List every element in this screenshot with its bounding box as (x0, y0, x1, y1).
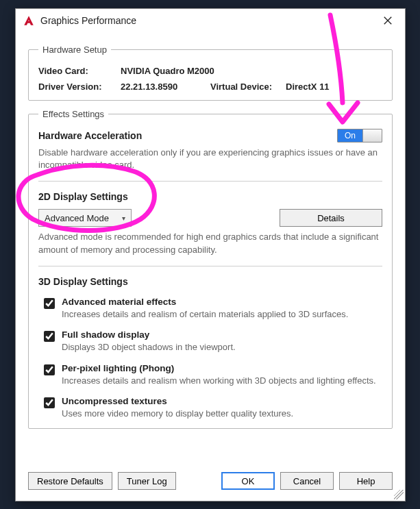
hardware-setup-group: Hardware Setup Video Card: NVIDIA Quadro… (28, 45, 393, 101)
help-button[interactable]: Help (339, 472, 393, 490)
check-title: Full shadow display (62, 330, 382, 340)
2d-mode-dropdown[interactable]: Advanced Mode ▾ (38, 209, 132, 227)
details-button[interactable]: Details (280, 209, 382, 227)
uncompressed-textures-checkbox[interactable] (44, 397, 55, 408)
separator (38, 266, 382, 266)
separator (38, 181, 382, 182)
full-shadow-display-checkbox[interactable] (44, 331, 55, 342)
toggle-knob (362, 129, 382, 142)
cancel-button[interactable]: Cancel (280, 472, 334, 490)
hardware-acceleration-desc: Disable hardware acceleration only if yo… (38, 147, 382, 171)
2d-mode-value: Advanced Mode (45, 213, 109, 223)
hardware-setup-legend: Hardware Setup (38, 45, 111, 55)
effects-settings-legend: Effects Settings (38, 109, 108, 119)
check-title: Uncompressed textures (62, 396, 382, 406)
check-desc: Displays 3D object shadows in the viewpo… (62, 341, 382, 353)
dialog-footer: Restore Defaults Tuner Log OK Cancel Hel… (16, 462, 405, 501)
hardware-acceleration-title: Hardware Acceleration (38, 130, 142, 141)
checkbox-item: Advanced material effects Increases deta… (44, 297, 382, 321)
2d-display-settings-title: 2D Display Settings (38, 191, 382, 202)
titlebar: Graphics Performance (16, 9, 405, 32)
graphics-performance-dialog: Graphics Performance Hardware Setup Vide… (15, 8, 406, 501)
ok-button[interactable]: OK (221, 472, 275, 490)
toggle-on-label: On (338, 129, 362, 142)
check-desc: Increases details and realism when worki… (62, 375, 382, 387)
close-button[interactable] (378, 10, 398, 31)
tuner-log-button[interactable]: Tuner Log (118, 472, 176, 490)
window-title: Graphics Performance (40, 15, 378, 26)
hardware-acceleration-toggle[interactable]: On (337, 129, 382, 142)
2d-mode-desc: Advanced mode is recommended for high en… (38, 231, 382, 256)
video-card-label: Video Card: (38, 66, 121, 76)
check-title: Per-pixel lighting (Phong) (62, 363, 382, 373)
video-card-value: NVIDIA Quadro M2000 (121, 66, 214, 76)
driver-version-label: Driver Version: (38, 82, 121, 92)
restore-defaults-button[interactable]: Restore Defaults (28, 472, 112, 490)
virtual-device-label: Virtual Device: (210, 82, 286, 92)
resize-grip[interactable] (394, 490, 404, 499)
check-title: Advanced material effects (62, 297, 382, 307)
advanced-material-effects-checkbox[interactable] (44, 298, 55, 309)
check-desc: Increases details and realism of certain… (62, 308, 382, 321)
dialog-body: Hardware Setup Video Card: NVIDIA Quadro… (16, 32, 405, 429)
driver-version-value: 22.21.13.8590 (121, 82, 177, 92)
checkbox-item: Uncompressed textures Uses more video me… (44, 396, 382, 420)
chevron-down-icon: ▾ (122, 214, 125, 222)
checkbox-item: Per-pixel lighting (Phong) Increases det… (44, 363, 382, 387)
per-pixel-lighting-checkbox[interactable] (44, 364, 55, 375)
effects-settings-group: Effects Settings Hardware Acceleration O… (28, 109, 393, 429)
3d-display-settings-title: 3D Display Settings (38, 276, 382, 287)
checkbox-item: Full shadow display Displays 3D object s… (44, 330, 382, 353)
check-desc: Uses more video memory to display better… (62, 408, 382, 420)
virtual-device-value: DirectX 11 (286, 82, 330, 92)
app-icon (23, 14, 35, 27)
